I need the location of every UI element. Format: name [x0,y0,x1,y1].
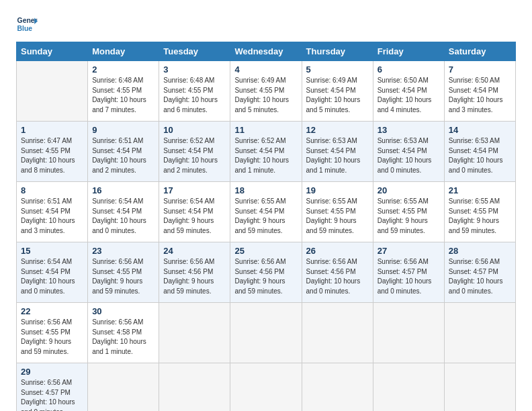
calendar-header-thursday: Thursday [302,42,373,61]
calendar-day-cell: 2Sunrise: 6:48 AM Sunset: 4:55 PM Daylig… [88,61,159,122]
day-number: 15 [21,246,83,256]
calendar-day-cell [88,363,159,412]
day-info: Sunrise: 6:56 AM Sunset: 4:57 PM Dayligh… [378,257,440,296]
calendar-header-tuesday: Tuesday [159,42,230,61]
calendar-day-cell: 27Sunrise: 6:56 AM Sunset: 4:57 PM Dayli… [373,242,444,303]
calendar-day-cell: 15Sunrise: 6:54 AM Sunset: 4:54 PM Dayli… [17,242,88,303]
calendar-day-cell: 4Sunrise: 6:49 AM Sunset: 4:55 PM Daylig… [230,61,302,122]
calendar-header-monday: Monday [88,42,159,61]
day-number: 13 [378,125,440,135]
day-number: 19 [306,185,369,195]
calendar-day-cell: 26Sunrise: 6:56 AM Sunset: 4:56 PM Dayli… [302,242,373,303]
calendar-week-row: 2Sunrise: 6:48 AM Sunset: 4:55 PM Daylig… [17,61,516,122]
calendar-day-cell: 20Sunrise: 6:55 AM Sunset: 4:55 PM Dayli… [373,182,444,242]
calendar-day-cell: 12Sunrise: 6:53 AM Sunset: 4:54 PM Dayli… [302,122,373,182]
day-number: 6 [378,64,440,75]
day-number: 28 [449,246,511,256]
calendar-day-cell: 29Sunrise: 6:56 AM Sunset: 4:57 PM Dayli… [17,363,88,412]
day-info: Sunrise: 6:56 AM Sunset: 4:57 PM Dayligh… [21,378,83,411]
day-info: Sunrise: 6:53 AM Sunset: 4:54 PM Dayligh… [378,136,440,175]
day-info: Sunrise: 6:48 AM Sunset: 4:55 PM Dayligh… [163,76,226,115]
calendar-week-row: 1Sunrise: 6:47 AM Sunset: 4:55 PM Daylig… [17,122,516,182]
day-info: Sunrise: 6:49 AM Sunset: 4:54 PM Dayligh… [306,76,369,115]
day-number: 24 [163,246,226,256]
day-info: Sunrise: 6:55 AM Sunset: 4:55 PM Dayligh… [306,197,369,236]
day-number: 17 [163,185,226,195]
svg-text:Blue: Blue [17,25,33,32]
calendar-day-cell [444,303,515,363]
day-info: Sunrise: 6:49 AM Sunset: 4:55 PM Dayligh… [234,76,297,115]
day-number: 25 [234,246,297,256]
day-info: Sunrise: 6:47 AM Sunset: 4:55 PM Dayligh… [21,136,83,175]
calendar-day-cell: 16Sunrise: 6:54 AM Sunset: 4:54 PM Dayli… [88,182,159,242]
day-number: 2 [92,64,154,75]
calendar-day-cell: 11Sunrise: 6:52 AM Sunset: 4:54 PM Dayli… [230,122,302,182]
day-number: 11 [234,125,297,135]
calendar-day-cell [230,303,302,363]
calendar-day-cell [159,363,230,412]
day-number: 9 [92,125,154,135]
day-info: Sunrise: 6:50 AM Sunset: 4:54 PM Dayligh… [449,76,511,115]
day-number: 26 [306,246,369,256]
calendar-day-cell: 14Sunrise: 6:53 AM Sunset: 4:54 PM Dayli… [444,122,515,182]
calendar-day-cell: 10Sunrise: 6:52 AM Sunset: 4:54 PM Dayli… [159,122,230,182]
day-info: Sunrise: 6:54 AM Sunset: 4:54 PM Dayligh… [21,257,83,296]
calendar-header-saturday: Saturday [444,42,515,61]
calendar-day-cell: 7Sunrise: 6:50 AM Sunset: 4:54 PM Daylig… [444,61,515,122]
day-number: 7 [449,64,511,75]
day-info: Sunrise: 6:54 AM Sunset: 4:54 PM Dayligh… [163,197,226,236]
day-info: Sunrise: 6:56 AM Sunset: 4:56 PM Dayligh… [234,257,297,296]
day-info: Sunrise: 6:55 AM Sunset: 4:55 PM Dayligh… [449,197,511,236]
day-info: Sunrise: 6:56 AM Sunset: 4:55 PM Dayligh… [92,257,154,296]
logo-icon: General Blue [16,13,38,35]
calendar-day-cell [302,363,373,412]
day-info: Sunrise: 6:52 AM Sunset: 4:54 PM Dayligh… [234,136,297,175]
calendar-day-cell: 1Sunrise: 6:47 AM Sunset: 4:55 PM Daylig… [17,122,88,182]
day-number: 30 [92,306,154,316]
calendar-day-cell: 3Sunrise: 6:48 AM Sunset: 4:55 PM Daylig… [159,61,230,122]
calendar-day-cell: 17Sunrise: 6:54 AM Sunset: 4:54 PM Dayli… [159,182,230,242]
logo: General Blue [16,13,38,35]
day-info: Sunrise: 6:51 AM Sunset: 4:54 PM Dayligh… [21,197,83,236]
day-number: 23 [92,246,154,256]
day-number: 5 [306,64,369,75]
page-header: General Blue [16,13,516,35]
day-number: 29 [21,367,83,377]
calendar-header-wednesday: Wednesday [230,42,302,61]
calendar-day-cell: 28Sunrise: 6:56 AM Sunset: 4:57 PM Dayli… [444,242,515,303]
calendar-day-cell [302,303,373,363]
day-number: 12 [306,125,369,135]
day-info: Sunrise: 6:50 AM Sunset: 4:54 PM Dayligh… [378,76,440,115]
day-number: 10 [163,125,226,135]
day-number: 22 [21,306,83,316]
calendar-week-row: 29Sunrise: 6:56 AM Sunset: 4:57 PM Dayli… [17,363,516,412]
day-number: 4 [234,64,297,75]
calendar-day-cell: 23Sunrise: 6:56 AM Sunset: 4:55 PM Dayli… [88,242,159,303]
calendar-week-row: 8Sunrise: 6:51 AM Sunset: 4:54 PM Daylig… [17,182,516,242]
day-info: Sunrise: 6:55 AM Sunset: 4:55 PM Dayligh… [378,197,440,236]
calendar-header-row: SundayMondayTuesdayWednesdayThursdayFrid… [17,42,516,61]
day-info: Sunrise: 6:55 AM Sunset: 4:54 PM Dayligh… [234,197,297,236]
calendar-day-cell: 13Sunrise: 6:53 AM Sunset: 4:54 PM Dayli… [373,122,444,182]
day-number: 16 [92,185,154,195]
calendar-header-friday: Friday [373,42,444,61]
calendar-day-cell: 24Sunrise: 6:56 AM Sunset: 4:56 PM Dayli… [159,242,230,303]
calendar-day-cell [17,61,88,122]
calendar-day-cell [230,363,302,412]
calendar-day-cell: 8Sunrise: 6:51 AM Sunset: 4:54 PM Daylig… [17,182,88,242]
day-number: 18 [234,185,297,195]
day-info: Sunrise: 6:56 AM Sunset: 4:57 PM Dayligh… [449,257,511,296]
calendar-day-cell: 5Sunrise: 6:49 AM Sunset: 4:54 PM Daylig… [302,61,373,122]
calendar-day-cell: 21Sunrise: 6:55 AM Sunset: 4:55 PM Dayli… [444,182,515,242]
day-info: Sunrise: 6:54 AM Sunset: 4:54 PM Dayligh… [92,197,154,236]
calendar-week-row: 15Sunrise: 6:54 AM Sunset: 4:54 PM Dayli… [17,242,516,303]
day-info: Sunrise: 6:51 AM Sunset: 4:54 PM Dayligh… [92,136,154,175]
day-info: Sunrise: 6:53 AM Sunset: 4:54 PM Dayligh… [306,136,369,175]
calendar-day-cell [373,303,444,363]
day-info: Sunrise: 6:52 AM Sunset: 4:54 PM Dayligh… [163,136,226,175]
calendar-day-cell: 6Sunrise: 6:50 AM Sunset: 4:54 PM Daylig… [373,61,444,122]
calendar-day-cell: 30Sunrise: 6:56 AM Sunset: 4:58 PM Dayli… [88,303,159,363]
calendar-day-cell [373,363,444,412]
calendar-day-cell [159,303,230,363]
calendar-day-cell [444,363,515,412]
